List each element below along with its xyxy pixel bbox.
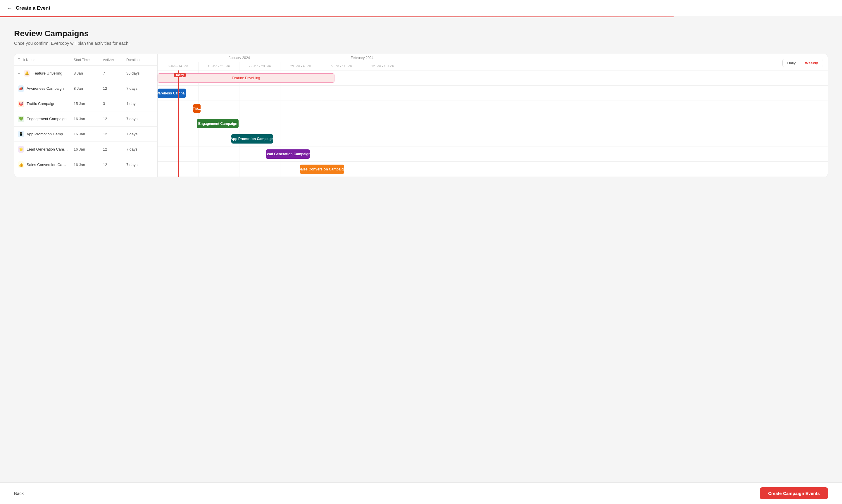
week-cell xyxy=(362,116,403,131)
activity-cell: 12 xyxy=(101,147,124,151)
gantt-right-panel: January 2024February 2024 8 Jan - 14 Jan… xyxy=(158,54,828,177)
review-subtitle: Once you confirm, Evercopy will plan the… xyxy=(14,41,828,46)
week-cell xyxy=(321,131,362,146)
duration-cell: 1 day xyxy=(124,102,147,106)
task-icon: 🎯 xyxy=(18,101,24,107)
week-label: 8 Jan - 14 Jan xyxy=(158,62,198,70)
week-label: 29 Jan - 4 Feb xyxy=(280,62,321,70)
today-line xyxy=(178,70,179,177)
task-row: 🎯Traffic Campaign15 Jan31 day xyxy=(14,96,157,111)
col-header-activity: Activity xyxy=(101,58,124,62)
start-cell: 8 Jan xyxy=(71,71,101,75)
task-row: 💚Engagement Campaign16 Jan127 days xyxy=(14,111,157,127)
week-cell xyxy=(321,101,362,116)
chart-row: Lead Generation Campaign xyxy=(158,146,828,162)
task-name-label: Feature Unveiling xyxy=(33,71,62,75)
duration-cell: 7 days xyxy=(124,147,147,151)
chart-row: Awareness Campaign xyxy=(158,86,828,101)
start-cell: 15 Jan xyxy=(71,102,101,106)
week-cell xyxy=(198,101,239,116)
page-title: Create a Event xyxy=(16,5,50,11)
duration-cell: 7 days xyxy=(124,132,147,136)
week-cell xyxy=(158,116,198,131)
week-cell xyxy=(280,116,321,131)
gantt-container: Daily Weekly Task Name Start Time Activi… xyxy=(14,54,828,177)
week-cell xyxy=(158,101,198,116)
week-cell xyxy=(198,146,239,161)
week-cell xyxy=(158,131,198,146)
week-cell xyxy=(321,86,362,101)
task-name-label: Awareness Campaign xyxy=(26,86,64,91)
duration-cell: 7 days xyxy=(124,163,147,167)
week-cell xyxy=(239,101,280,116)
task-row: −🔔Feature Unveiling8 Jan736 days xyxy=(14,66,157,81)
month-label: January 2024 xyxy=(158,54,321,62)
task-icon: 👍 xyxy=(18,161,24,168)
week-cell xyxy=(198,86,239,101)
col-header-duration: Duration xyxy=(124,58,147,62)
week-cell xyxy=(362,101,403,116)
duration-cell: 7 days xyxy=(124,86,147,91)
main-content: Review Campaigns Once you confirm, Everc… xyxy=(0,17,842,201)
back-arrow-icon[interactable]: ← xyxy=(7,5,12,12)
weekly-view-button[interactable]: Weekly xyxy=(800,59,823,67)
task-name-label: Sales Conversion Cam... xyxy=(26,163,68,167)
gantt-bar: Tra... xyxy=(193,104,200,113)
chart-row: Sales Conversion Campaign xyxy=(158,162,828,177)
task-icon: 💚 xyxy=(18,116,24,122)
task-rows: −🔔Feature Unveiling8 Jan736 days📣Awarene… xyxy=(14,66,157,172)
activity-cell: 3 xyxy=(101,102,124,106)
week-cell xyxy=(239,86,280,101)
back-button[interactable]: Back xyxy=(14,491,24,496)
task-icon: 🔔 xyxy=(24,70,30,77)
week-label: 5 Jan - 11 Feb xyxy=(321,62,362,70)
week-cell xyxy=(362,146,403,161)
start-cell: 8 Jan xyxy=(71,86,101,91)
footer-bar: Back Create Campaign Events xyxy=(0,482,842,504)
activity-cell: 12 xyxy=(101,163,124,167)
gantt-bar: Lead Generation Campaign xyxy=(266,149,310,159)
gantt-bar: App Promotion Campaign xyxy=(231,134,273,144)
task-row: 📱App Promotion Camp...16 Jan127 days xyxy=(14,127,157,142)
task-name-label: Lead Generation Camp... xyxy=(26,147,68,151)
start-cell: 16 Jan xyxy=(71,163,101,167)
gantt-bar: Engagement Campaign xyxy=(197,119,238,128)
week-cell xyxy=(158,162,198,177)
activity-cell: 12 xyxy=(101,132,124,136)
week-cell xyxy=(362,70,403,85)
col-header-task: Task Name xyxy=(14,58,71,62)
daily-view-button[interactable]: Daily xyxy=(783,59,801,67)
week-cell xyxy=(362,131,403,146)
activity-cell: 7 xyxy=(101,71,124,75)
collapse-icon[interactable]: − xyxy=(18,71,20,76)
start-cell: 16 Jan xyxy=(71,132,101,136)
duration-cell: 36 days xyxy=(124,71,147,75)
week-cell xyxy=(362,86,403,101)
chart-row: Feature EnveillingToday xyxy=(158,70,828,86)
today-badge: Today xyxy=(174,73,186,77)
duration-cell: 7 days xyxy=(124,116,147,121)
week-cell xyxy=(239,116,280,131)
month-headers: January 2024February 2024 xyxy=(158,54,828,62)
gantt-chart-inner: January 2024February 2024 8 Jan - 14 Jan… xyxy=(158,54,828,177)
review-title: Review Campaigns xyxy=(14,29,828,38)
create-campaign-button[interactable]: Create Campaign Events xyxy=(760,487,828,499)
start-cell: 16 Jan xyxy=(71,116,101,121)
chart-row: Tra... xyxy=(158,101,828,116)
task-name-label: App Promotion Camp... xyxy=(26,132,66,136)
week-cell xyxy=(321,146,362,161)
week-label: 12 Jan - 18 Feb xyxy=(362,62,403,70)
activity-cell: 12 xyxy=(101,86,124,91)
week-label: 22 Jan - 28 Jan xyxy=(239,62,280,70)
gantt-table: Task Name Start Time Activity Duration −… xyxy=(14,54,828,177)
start-cell: 16 Jan xyxy=(71,147,101,151)
view-toggle: Daily Weekly xyxy=(782,59,823,67)
week-cell xyxy=(280,86,321,101)
gantt-left-panel: Task Name Start Time Activity Duration −… xyxy=(14,54,158,177)
task-icon: 📣 xyxy=(18,85,24,92)
week-cell xyxy=(280,101,321,116)
week-cell xyxy=(239,162,280,177)
chart-row: Engagement Campaign xyxy=(158,116,828,131)
task-name-label: Engagement Campaign xyxy=(26,116,67,121)
week-cell xyxy=(158,146,198,161)
